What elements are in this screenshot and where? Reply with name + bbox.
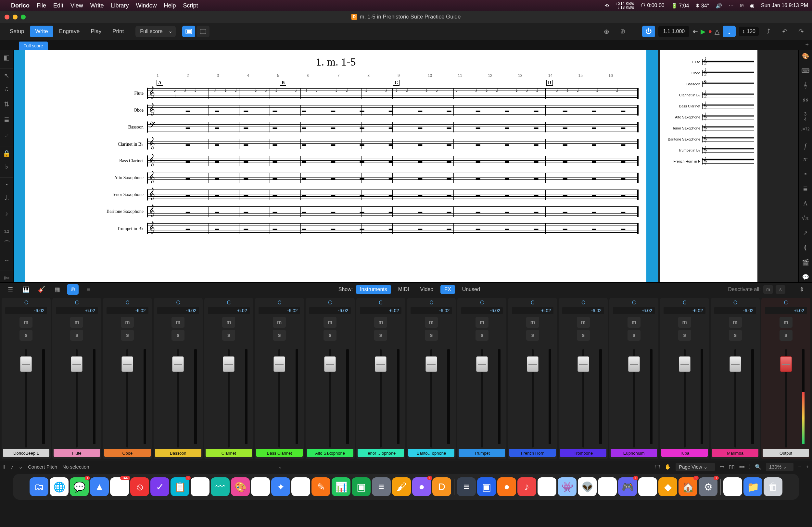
solo-button[interactable]: s [70,330,83,341]
mode-print[interactable]: Print [107,26,129,37]
dock-app[interactable]: ● [191,477,209,496]
fader-handle[interactable] [121,356,133,372]
keyboard-panel-icon[interactable]: ⌨ [801,67,810,76]
solo-button[interactable]: s [526,330,539,341]
solo-button[interactable]: s [729,330,742,341]
sync-icon[interactable]: ⟲ [605,3,609,9]
mixer-piano-icon[interactable]: 🎹 [20,284,32,295]
channel-name[interactable]: DoricoBeep 1 [3,449,49,457]
fader-handle[interactable] [274,356,285,372]
mini-staff[interactable]: 𝄞 [702,59,754,65]
channel-insert[interactable]: C [126,300,130,306]
score-page-1[interactable]: 1. m. 1-5 1234 5678 9101112 13141516 A B… [14,50,658,282]
dock-app[interactable]: 🗑 [764,477,782,496]
fader-handle[interactable] [679,356,691,372]
layout-selector[interactable]: Full score [135,26,175,37]
solo-button[interactable]: s [678,330,691,341]
mute-button[interactable]: m [323,317,336,328]
play-button[interactable]: ▶ [700,28,706,35]
mute-button[interactable]: m [374,317,387,328]
channel-insert[interactable]: C [176,300,180,306]
channel-insert[interactable]: C [227,300,231,306]
tempo-field[interactable]: ↕ 120 [739,27,759,36]
dock-app[interactable]: ● [497,477,516,496]
dock-app[interactable]: ●1 [412,477,431,496]
channel-insert[interactable]: C [379,300,382,306]
lines-panel-icon[interactable]: ↗ [803,229,808,238]
mini-staff-row[interactable]: Bass Clarinet𝄞 [663,101,754,111]
mixer-faders-icon[interactable]: ⎚ [67,284,78,295]
window-minimize-button[interactable] [13,15,17,19]
staff-row[interactable]: Flute𝄞♪♪♩ ♪♪♩ ♪♪♩ ♪♪♩ ♩♩ ♩ ♪♪♩ ♪♪ ♩ ♪♪♩ … [105,85,639,102]
solo-button[interactable]: s [577,330,590,341]
dock-app[interactable]: ✓ [150,477,169,496]
mini-staff-row[interactable]: Oboe𝄞 [663,67,754,78]
click-button[interactable]: △ [714,28,720,35]
dock-app[interactable]: ▣ [477,477,496,496]
redo-button[interactable]: ↷ [795,26,808,37]
solo-button[interactable]: s [476,330,489,341]
solo-button[interactable]: s [121,330,134,341]
clock[interactable]: Sun Jan 16 9:13 PM [761,3,808,9]
channel-insert[interactable]: C [632,300,636,306]
panel-toggle-icon[interactable]: ◧ [0,52,13,62]
slur-tool-icon[interactable]: ⌣ [0,255,13,265]
chord-tool-icon[interactable]: ≣ [0,115,13,125]
more-icon[interactable]: ⋯ [728,3,734,9]
ornaments-panel-icon[interactable]: tr [803,156,807,165]
staff-row[interactable]: Trumpet in B♭𝄞▬▬▬▬▬▬▬▬▬▬▬▬▬▬▬▬ [105,220,639,237]
dock-app[interactable]: ◆ [658,477,677,496]
battery-widget[interactable]: 🔋 7:04 [671,3,689,9]
dock-app[interactable]: 📋1 [171,477,189,496]
dock-app[interactable]: 👾 [558,477,577,496]
fader-handle[interactable] [172,356,184,372]
layout-spread-icon[interactable]: ▯▯ [729,464,735,470]
mixer-resize-icon[interactable]: ⇕ [796,284,808,295]
siri-icon[interactable]: ◉ [750,3,754,9]
solo-button[interactable]: s [19,330,32,341]
staff[interactable]: 𝄞▬▬▬▬▬▬▬▬▬▬▬▬▬▬▬▬ [147,190,639,200]
menu-file[interactable]: File [37,2,46,9]
channel-insert[interactable]: C [75,300,79,306]
zoom-in-button[interactable]: + [806,464,809,470]
menu-edit[interactable]: Edit [53,2,63,9]
staff[interactable]: 𝄞▬▬▬▬▬▬▬▬▬▬▬▬▬▬▬▬ [147,223,639,234]
mini-staff-row[interactable]: Tenor Saxophone𝄞 [663,123,754,134]
fader-handle[interactable] [527,356,538,372]
mute-button[interactable]: m [476,317,489,328]
channel-name[interactable]: Euphonium [611,449,657,457]
mini-staff[interactable]: 𝄞 [702,136,754,142]
view-type-selector[interactable]: Page View ⌄ [676,463,715,471]
channel-insert[interactable]: C [277,300,281,306]
zoom-out-button[interactable]: − [798,464,801,470]
channel-name[interactable]: Barito…ophone [408,449,455,457]
dock-app[interactable]: 〰 [211,477,230,496]
mini-staff[interactable]: 𝄢 [702,81,754,87]
mini-staff[interactable]: 𝄞 [702,125,754,132]
menu-help[interactable]: Help [164,2,176,9]
filter-fx[interactable]: FX [440,285,455,294]
dock-app[interactable]: ≡ [372,477,391,496]
dock-app[interactable]: 🎮1 [618,477,637,496]
dock-app[interactable]: ≡ [457,477,476,496]
dock-app[interactable]: 📁 [743,477,762,496]
solo-button[interactable]: s [273,330,286,341]
disclosure-icon[interactable]: ⌄ [278,464,282,470]
mute-button[interactable]: m [19,317,32,328]
staff[interactable]: 𝄞▬▬▬▬▬▬▬▬▬▬▬▬▬▬▬▬ [147,105,639,116]
mixer-pads-icon[interactable]: ▦ [51,284,63,295]
page-view-button[interactable] [182,26,195,37]
staff[interactable]: 𝄞▬▬▬▬▬▬▬▬▬▬▬▬▬▬▬▬ [147,206,639,217]
dock-app[interactable]: ▣ [352,477,371,496]
marquee-tool-icon[interactable]: ♫ [0,84,13,93]
holds-panel-icon[interactable]: 𝄐 [804,171,807,179]
dock-app[interactable]: 👽 [578,477,597,496]
barlines-panel-icon[interactable]: ≣ [803,186,808,194]
comments-panel-icon[interactable]: 💬 [802,274,809,282]
dock-app[interactable]: # [638,477,657,496]
volume-icon[interactable]: 🔊 [715,3,722,9]
mini-staff-row[interactable]: Bassoon𝄢 [663,78,754,90]
timer-widget[interactable]: ⏱ 0:00:00 [640,3,665,9]
channel-insert[interactable]: C [784,300,788,306]
repeats-panel-icon[interactable]: √π [802,215,809,224]
